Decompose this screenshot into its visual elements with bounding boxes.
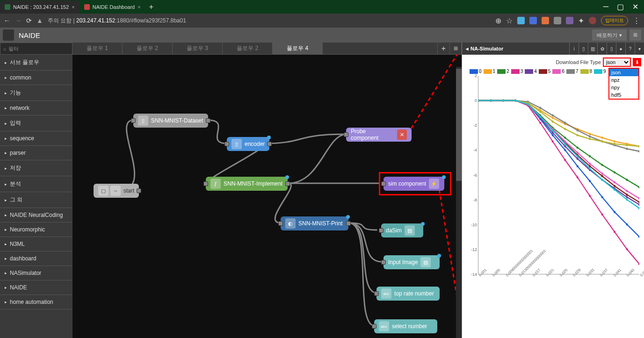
palette-item-1[interactable]: ▸common [0,71,72,85]
new-tab-button[interactable]: + [145,3,157,11]
legend-item-9[interactable]: 9 [594,69,606,74]
ext-icon-2[interactable] [529,17,537,24]
node-implement[interactable]: ƒ SNN-MNIST-Implement [206,177,288,191]
update-button[interactable]: 업데이트 [601,16,628,25]
flow-workspace[interactable]: 플로우 1플로우 2플로우 3플로우 2플로우 4 + ≡ [72,43,462,338]
option-hdf5[interactable]: hdf5 [609,91,638,99]
ext-icon-5[interactable] [566,17,573,24]
palette-item-15[interactable]: ▸NAIDE [0,280,72,295]
palette-item-6[interactable]: ▸parser [0,146,72,160]
trash-button[interactable]: ▯ [607,43,616,55]
svg-point-47 [539,122,541,124]
download-type-select[interactable]: json [603,58,631,67]
legend-item-2[interactable]: 2 [497,69,509,74]
palette-item-2[interactable]: ▸기능 [0,85,72,101]
palette-item-16[interactable]: ▸home automation [0,295,72,309]
dropdown-button[interactable]: ▾ [635,43,644,55]
palette-item-14[interactable]: ▸NASimulator [0,266,72,280]
flow-tab-4[interactable]: 플로우 4 [273,43,323,54]
ext-icon-3[interactable] [542,17,549,24]
menu-icon[interactable]: ⋮ [633,16,640,25]
svg-point-64 [577,158,579,160]
palette-item-3[interactable]: ▸network [0,101,72,115]
flow-tab-3[interactable]: 플로우 2 [223,43,273,54]
gear-button[interactable]: ✿ [597,43,607,55]
svg-point-39 [614,171,615,173]
chart-button[interactable]: ▥ [588,43,597,55]
option-json[interactable]: json [609,69,638,76]
chevron-right-icon: ▸ [5,121,7,126]
node-top-rate[interactable]: abc top rate number [376,287,440,301]
browser-tab-0[interactable]: NAIDE : 203.247.41.152 × [0,0,80,14]
minimize-icon[interactable]: ─ [603,2,608,11]
comment-button[interactable]: ● [616,43,625,55]
legend-item-7[interactable]: 7 [566,69,579,74]
option-npz[interactable]: npz [609,76,638,84]
close-icon[interactable]: × [137,4,140,10]
add-flow-button[interactable]: + [437,43,449,54]
palette-item-11[interactable]: ▸Neuromorphic [0,223,72,237]
browser-tab-1[interactable]: NAIDE Dashboard × [80,0,145,14]
palette-item-12[interactable]: ▸N3ML [0,237,72,252]
maximize-icon[interactable]: ▢ [617,2,624,11]
legend-item-1[interactable]: 1 [484,69,496,74]
flow-tab-2[interactable]: 플로우 3 [173,43,223,54]
palette-item-13[interactable]: ▸dashboard [0,252,72,266]
close-icon[interactable]: × [72,4,74,10]
palette-item-10[interactable]: ▸NAIDE NeuralCoding [0,208,72,223]
legend-item-5[interactable]: 5 [539,69,551,74]
palette-item-4[interactable]: ▸입력 [0,115,72,131]
legend-item-8[interactable]: 8 [580,69,593,74]
node-select-number[interactable]: abc select number [374,319,437,333]
profile-icon[interactable] [589,17,596,24]
back-button[interactable]: ← [4,17,10,24]
node-dataset[interactable]: ▯ SNN-MNIST-Dataset [133,114,208,128]
close-icon[interactable]: ✕ [632,2,638,11]
node-input-image[interactable]: Input Image ▨ [384,255,440,269]
node-probe[interactable]: Probe component ✕ [346,128,412,142]
deploy-button[interactable]: 배포하기 ▾ [592,29,627,41]
node-print[interactable]: ◐ SNN-MNIST-Print [281,216,348,230]
palette-item-0[interactable]: ▸서브 플로우 [0,55,72,71]
flow-list-button[interactable]: ≡ [449,43,462,54]
url-display[interactable]: 주의 요함 | 203.247.41.152:1880/#flow/a293f2… [48,17,186,25]
menu-button[interactable]: ≡ [630,29,641,41]
ext-icon-1[interactable] [517,17,525,24]
filter-input[interactable]: ⌕ 필터 [0,43,72,55]
flow-tab-0[interactable]: 플로우 1 [72,43,123,54]
svg-point-93 [589,163,591,165]
chevron-icon[interactable]: ◂ [466,46,469,52]
svg-point-11 [614,211,615,213]
flow-canvas[interactable]: ▢ → start ▯ SNN-MNIST-Dataset ▯ encoder … [72,55,462,338]
svg-point-130 [527,103,529,105]
reload-button[interactable]: ⟳ [26,17,32,24]
palette-item-7[interactable]: ▸저장 [0,160,72,176]
canvas-scrollbar[interactable] [456,67,462,338]
insecure-icon[interactable]: ▲ [36,17,43,24]
node-encoder[interactable]: ▯ encoder [227,137,269,151]
legend-item-4[interactable]: 4 [525,69,537,74]
help-button[interactable]: ▯ [579,43,588,55]
flow-tab-1[interactable]: 플로우 2 [123,43,173,54]
node-start[interactable]: ▢ → start [94,184,139,198]
legend-item-3[interactable]: 3 [511,69,523,74]
node-dasim[interactable]: daSim ▨ [381,223,423,237]
palette-item-5[interactable]: ▸sequence [0,131,72,146]
download-button[interactable]: ⬇ [633,58,641,66]
palette-sidebar: ⌕ 필터 ▸서브 플로우▸common▸기능▸network▸입력▸sequen… [0,43,72,338]
abc-icon: abc [379,321,389,331]
extensions-icon[interactable]: ✦ [578,16,584,25]
ext-icon-4[interactable] [554,17,561,24]
question-button[interactable]: ? [625,43,635,55]
node-sim[interactable]: sim component ⚡ [384,177,444,191]
option-npy[interactable]: npy [609,84,638,91]
legend-item-6[interactable]: 6 [552,69,564,74]
palette-item-8[interactable]: ▸분석 [0,176,72,192]
svg-point-35 [564,137,566,139]
svg-point-51 [589,195,591,197]
forward-button[interactable]: → [15,17,22,24]
info-button[interactable]: i [569,43,579,55]
star-icon[interactable]: ☆ [506,16,513,25]
translate-icon[interactable]: ⊕ [495,16,501,25]
palette-item-9[interactable]: ▸그 외 [0,192,72,208]
